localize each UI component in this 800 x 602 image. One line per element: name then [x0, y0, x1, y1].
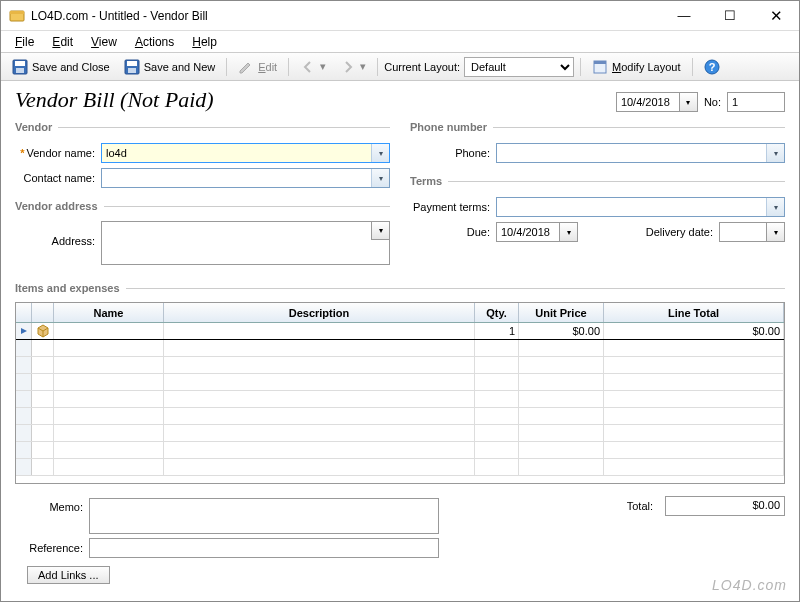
help-icon[interactable]: ?: [699, 57, 725, 77]
bill-date-input[interactable]: [617, 93, 679, 111]
nav-prev-button: ▾: [295, 57, 331, 77]
reference-input[interactable]: [89, 538, 439, 558]
titlebar: LO4D.com - Untitled - Vendor Bill — ☐ ✕: [1, 1, 799, 31]
chevron-down-icon[interactable]: ▾: [371, 222, 389, 240]
table-row[interactable]: [16, 408, 784, 425]
items-grid: Name Description Qty. Unit Price Line To…: [15, 302, 785, 484]
payment-terms-input[interactable]: [497, 198, 766, 216]
delivery-date-picker[interactable]: ▾: [719, 222, 785, 242]
table-row[interactable]: [16, 391, 784, 408]
address-field[interactable]: ▾: [101, 221, 390, 265]
modify-layout-button[interactable]: Modify Layout: [587, 57, 686, 77]
current-layout-select[interactable]: Default: [464, 57, 574, 77]
due-date-input[interactable]: [497, 223, 559, 241]
chevron-down-icon[interactable]: ▾: [766, 144, 784, 162]
due-label: Due:: [410, 226, 496, 238]
payment-terms-combo[interactable]: ▾: [496, 197, 785, 217]
phone-label: Phone:: [410, 147, 496, 159]
save-close-button[interactable]: Save and Close: [7, 57, 115, 77]
maximize-button[interactable]: ☐: [707, 1, 753, 31]
row-selector[interactable]: [16, 323, 32, 339]
cell-unit-price[interactable]: $0.00: [519, 323, 604, 339]
vendor-address-legend: Vendor address: [15, 200, 104, 212]
phone-input[interactable]: [497, 144, 766, 162]
table-row[interactable]: [16, 357, 784, 374]
close-button[interactable]: ✕: [753, 1, 799, 31]
grid-header-qty[interactable]: Qty.: [475, 303, 519, 322]
memo-textarea[interactable]: [89, 498, 439, 534]
menu-help[interactable]: Help: [184, 33, 225, 51]
due-date-picker[interactable]: ▾: [496, 222, 578, 242]
menu-view[interactable]: View: [83, 33, 125, 51]
bill-date-picker[interactable]: ▾: [616, 92, 698, 112]
minimize-button[interactable]: —: [661, 1, 707, 31]
phone-section: Phone number Phone: ▾: [410, 121, 785, 167]
app-icon: [9, 8, 25, 24]
table-row[interactable]: [16, 374, 784, 391]
save-new-button[interactable]: Save and New: [119, 57, 221, 77]
svg-rect-6: [127, 61, 137, 66]
vendor-name-label: Vendor name:: [27, 147, 96, 159]
cell-description[interactable]: [164, 323, 475, 339]
svg-text:?: ?: [708, 61, 715, 73]
items-legend: Items and expenses: [15, 282, 126, 294]
delivery-date-label: Delivery date:: [633, 226, 719, 238]
contact-name-label: Contact name:: [15, 172, 101, 184]
grid-header-line-total[interactable]: Line Total: [604, 303, 784, 322]
chevron-down-icon[interactable]: ▾: [371, 144, 389, 162]
menu-actions[interactable]: Actions: [127, 33, 182, 51]
delivery-date-input[interactable]: [720, 223, 766, 241]
grid-header-selector: [16, 303, 32, 322]
menu-file[interactable]: File: [7, 33, 42, 51]
vendor-name-input[interactable]: [102, 144, 371, 162]
grid-header-description[interactable]: Description: [164, 303, 475, 322]
address-label: Address:: [15, 221, 101, 247]
contact-name-combo[interactable]: ▾: [101, 168, 390, 188]
chevron-down-icon[interactable]: ▾: [559, 223, 577, 241]
svg-rect-4: [16, 68, 24, 73]
grid-header-icon: [32, 303, 54, 322]
payment-terms-label: Payment terms:: [410, 201, 496, 213]
row-item-icon: [32, 323, 54, 339]
contact-name-input[interactable]: [102, 169, 371, 187]
content-area: Vendor Bill (Not Paid) ▾ No: Vendor *Ven…: [1, 81, 799, 601]
current-layout-label: Current Layout:: [384, 61, 460, 73]
bill-number-input[interactable]: [727, 92, 785, 112]
memo-label: Memo:: [15, 498, 89, 513]
table-row[interactable]: [16, 442, 784, 459]
add-links-button[interactable]: Add Links ...: [27, 566, 110, 584]
grid-body: 1 $0.00 $0.00: [16, 323, 784, 483]
phone-combo[interactable]: ▾: [496, 143, 785, 163]
page-title: Vendor Bill (Not Paid): [15, 87, 214, 113]
grid-header-name[interactable]: Name: [54, 303, 164, 322]
table-row[interactable]: [16, 425, 784, 442]
table-row[interactable]: [16, 459, 784, 476]
chevron-down-icon[interactable]: ▾: [371, 169, 389, 187]
toolbar-separator: [692, 58, 693, 76]
nav-next-button: ▾: [335, 57, 371, 77]
table-row[interactable]: [16, 340, 784, 357]
toolbar-separator: [226, 58, 227, 76]
chevron-down-icon[interactable]: ▾: [766, 198, 784, 216]
menu-edit[interactable]: Edit: [44, 33, 81, 51]
svg-rect-9: [594, 61, 606, 64]
chevron-down-icon[interactable]: ▾: [766, 223, 784, 241]
phone-legend: Phone number: [410, 121, 493, 133]
table-row[interactable]: 1 $0.00 $0.00: [16, 323, 784, 340]
grid-header: Name Description Qty. Unit Price Line To…: [16, 303, 784, 323]
no-label: No:: [704, 96, 721, 108]
cell-name[interactable]: [54, 323, 164, 339]
terms-legend: Terms: [410, 175, 448, 187]
chevron-down-icon[interactable]: ▾: [679, 93, 697, 111]
toolbar-separator: [377, 58, 378, 76]
total-value: $0.00: [665, 496, 785, 516]
app-window: LO4D.com - Untitled - Vendor Bill — ☐ ✕ …: [0, 0, 800, 602]
cell-line-total[interactable]: $0.00: [604, 323, 784, 339]
save-new-label: Save and New: [144, 61, 216, 73]
window-title: LO4D.com - Untitled - Vendor Bill: [31, 9, 661, 23]
svg-rect-3: [15, 61, 25, 66]
grid-header-unit-price[interactable]: Unit Price: [519, 303, 604, 322]
toolbar-separator: [580, 58, 581, 76]
cell-qty[interactable]: 1: [475, 323, 519, 339]
vendor-name-combo[interactable]: ▾: [101, 143, 390, 163]
